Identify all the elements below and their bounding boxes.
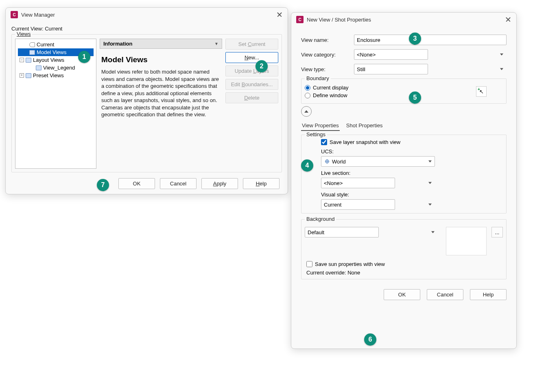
background-preview bbox=[446, 227, 487, 255]
step-badge-5: 5 bbox=[409, 91, 421, 104]
override-label: Current override: None bbox=[306, 270, 503, 276]
tab-shot-properties[interactable]: Shot Properties bbox=[345, 121, 384, 131]
tree-label: Preset Views bbox=[33, 72, 64, 78]
help-button[interactable]: Help bbox=[470, 289, 507, 300]
current-display-label: Current display bbox=[313, 85, 348, 91]
view-name-input[interactable] bbox=[354, 35, 507, 45]
collapse-toggle-button[interactable] bbox=[301, 106, 312, 117]
nv-title: New View / Shot Properties bbox=[307, 17, 505, 23]
update-layers-button: Update Layers bbox=[225, 65, 278, 76]
current-display-radio[interactable] bbox=[305, 85, 310, 91]
view-type-label: View type: bbox=[301, 66, 354, 72]
info-panel: Information ▼ Model Views Model views re… bbox=[100, 39, 222, 169]
info-header[interactable]: Information ▼ bbox=[100, 39, 222, 49]
info-title: Model Views bbox=[101, 55, 221, 64]
vm-titlebar: C View Manager bbox=[6, 8, 288, 22]
delete-button: Delete bbox=[225, 92, 278, 103]
nv-footer: OK Cancel Help bbox=[301, 289, 507, 300]
background-fieldset: Background ... Save sun properties with … bbox=[301, 219, 507, 279]
current-view-label: Current View: Current bbox=[11, 26, 282, 32]
layout-views-icon bbox=[26, 58, 31, 63]
views-fieldset: Views Current Model Views − Layou bbox=[11, 34, 282, 172]
save-layer-snapshot-checkbox[interactable] bbox=[321, 139, 327, 145]
background-label: Background bbox=[305, 216, 336, 222]
save-layer-snapshot-label: Save layer snapshot with view bbox=[330, 139, 400, 145]
info-header-label: Information bbox=[103, 41, 133, 47]
vm-action-buttons: Set Current New... Update Layers Edit Bo… bbox=[225, 39, 278, 169]
new-view-button[interactable]: New... bbox=[225, 52, 278, 63]
expand-icon[interactable]: + bbox=[20, 73, 24, 78]
model-views-icon bbox=[29, 50, 35, 55]
ok-button[interactable]: OK bbox=[384, 289, 420, 300]
current-view-icon bbox=[29, 42, 35, 47]
app-icon: C bbox=[11, 11, 18, 18]
step-badge-2: 2 bbox=[256, 60, 268, 72]
set-current-button: Set Current bbox=[225, 39, 278, 50]
background-select[interactable] bbox=[305, 227, 379, 237]
ucs-value: World bbox=[332, 159, 346, 165]
step-badge-4: 4 bbox=[301, 159, 313, 172]
tree-label: Current bbox=[37, 41, 54, 48]
chevron-up-icon bbox=[304, 110, 308, 113]
layout-view-icon bbox=[36, 65, 41, 70]
step-badge-7: 7 bbox=[97, 179, 109, 191]
tree-label: View_Legend bbox=[43, 65, 75, 71]
vm-title: View Manager bbox=[21, 12, 276, 18]
app-icon: C bbox=[296, 16, 304, 23]
view-category-label: View category: bbox=[301, 52, 354, 58]
cancel-button[interactable]: Cancel bbox=[427, 289, 463, 300]
visual-style-label: Visual style: bbox=[321, 192, 503, 198]
step-badge-3: 3 bbox=[409, 33, 421, 45]
new-view-dialog: C New View / Shot Properties View name: … bbox=[291, 12, 517, 349]
tab-view-properties[interactable]: View Properties bbox=[301, 121, 340, 131]
view-manager-dialog: C View Manager Current View: Current Vie… bbox=[5, 7, 288, 194]
step-badge-1: 1 bbox=[78, 51, 90, 63]
live-section-select[interactable] bbox=[321, 178, 395, 188]
background-browse-button[interactable]: ... bbox=[491, 227, 503, 237]
cancel-button[interactable]: Cancel bbox=[160, 178, 197, 189]
plus-icon: + bbox=[478, 87, 480, 91]
view-type-select[interactable] bbox=[354, 64, 428, 74]
views-fieldset-label: Views bbox=[15, 31, 32, 37]
info-body: Model views refer to both model space na… bbox=[101, 68, 221, 118]
help-button[interactable]: Help bbox=[243, 178, 280, 189]
ucs-label: UCS: bbox=[321, 148, 503, 155]
settings-fieldset: Settings Save layer snapshot with view U… bbox=[301, 135, 507, 213]
tree-item-view-legend[interactable]: View_Legend bbox=[18, 64, 94, 72]
nv-titlebar: C New View / Shot Properties bbox=[291, 13, 516, 26]
ok-button[interactable]: OK bbox=[118, 178, 155, 189]
view-category-select[interactable] bbox=[354, 49, 428, 60]
edit-boundaries-button: Edit Boundaries... bbox=[225, 79, 278, 90]
tree-item-current[interactable]: Current bbox=[18, 41, 94, 48]
ucs-select[interactable]: World bbox=[321, 156, 435, 167]
tree-item-preset-views[interactable]: + Preset Views bbox=[18, 72, 94, 79]
save-sun-label: Save sun properties with view bbox=[315, 261, 385, 267]
boundary-fieldset: Boundary Current display Define window +… bbox=[301, 78, 507, 104]
settings-label: Settings bbox=[305, 131, 327, 137]
world-icon bbox=[324, 159, 330, 164]
live-section-label: Live section: bbox=[321, 170, 503, 176]
tree-label: Model Views bbox=[37, 49, 66, 55]
visual-style-select[interactable] bbox=[321, 199, 395, 210]
define-window-label: Define window bbox=[313, 92, 347, 98]
close-icon[interactable] bbox=[505, 16, 511, 23]
apply-button[interactable]: Apply bbox=[201, 178, 238, 189]
tree-label: Layout Views bbox=[33, 57, 64, 63]
collapse-icon[interactable]: − bbox=[20, 58, 24, 62]
boundary-label: Boundary bbox=[305, 75, 331, 81]
view-name-label: View name: bbox=[301, 37, 354, 43]
step-badge-6: 6 bbox=[364, 333, 376, 346]
tab-row: View Properties Shot Properties bbox=[301, 121, 507, 131]
define-window-radio[interactable] bbox=[305, 93, 310, 98]
save-sun-checkbox[interactable] bbox=[306, 261, 312, 267]
close-icon[interactable] bbox=[276, 11, 283, 18]
vm-footer: OK Cancel Apply Help bbox=[11, 178, 280, 189]
preset-views-icon bbox=[26, 73, 31, 78]
chevron-down-icon: ▼ bbox=[214, 41, 218, 46]
define-window-pick-button[interactable]: + ↖ bbox=[476, 86, 487, 97]
